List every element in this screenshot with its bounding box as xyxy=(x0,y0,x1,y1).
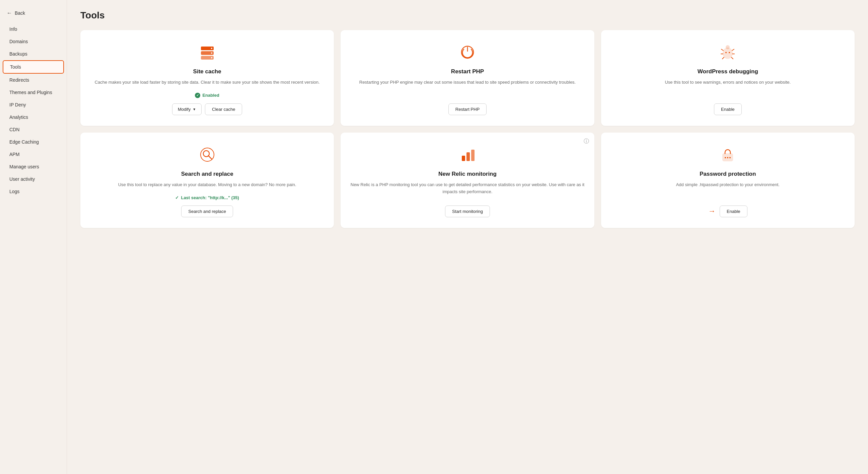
card-title-new-relic: New Relic monitoring xyxy=(438,171,497,178)
card-title-wordpress-debugging: WordPress debugging xyxy=(698,68,758,75)
main-content: Tools Site cacheCache makes your site lo… xyxy=(67,0,868,474)
card-icon-password-protection xyxy=(718,145,738,165)
sidebar-item-ip-deny[interactable]: IP Deny xyxy=(3,99,64,111)
card-title-site-cache: Site cache xyxy=(193,68,221,75)
card-site-cache: Site cacheCache makes your site load fas… xyxy=(81,30,334,126)
back-button[interactable]: ← Back xyxy=(0,7,67,23)
sidebar-item-cdn[interactable]: CDN xyxy=(3,124,64,135)
enable-button-password-protection[interactable]: Enable xyxy=(720,206,747,217)
svg-point-17 xyxy=(725,52,727,53)
card-desc-wordpress-debugging: Use this tool to see warnings, errors an… xyxy=(665,79,790,97)
card-actions-site-cache: Modify ▼ Clear cache xyxy=(172,103,243,115)
page-title: Tools xyxy=(81,10,855,21)
card-actions-restart-php: Restart PHP xyxy=(448,103,487,115)
svg-point-9 xyxy=(723,48,733,59)
card-desc-new-relic: New Relic is a PHP monitoring tool you c… xyxy=(350,182,585,199)
card-icon-restart-php xyxy=(458,42,477,62)
sidebar-item-logs[interactable]: Logs xyxy=(3,185,64,197)
svg-point-4 xyxy=(211,48,212,49)
card-restart-php: Restart PHPRestarting your PHP engine ma… xyxy=(341,30,594,126)
card-actions-new-relic: Start monitoring xyxy=(445,206,490,217)
card-desc-search-replace: Use this tool to replace any value in yo… xyxy=(118,182,297,188)
svg-line-21 xyxy=(208,156,212,159)
svg-rect-23 xyxy=(466,152,470,161)
chevron-down-icon: ▼ xyxy=(192,107,196,111)
arrow-right-icon: → xyxy=(708,207,716,216)
sidebar-item-user-activity[interactable]: User activity xyxy=(3,173,64,185)
clear-cache-button[interactable]: Clear cache xyxy=(205,103,242,115)
sidebar-item-themes-plugins[interactable]: Themes and Plugins xyxy=(3,86,64,98)
search-replace-button[interactable]: Search and replace xyxy=(181,206,233,217)
svg-line-15 xyxy=(722,57,724,59)
primary-button-restart-php[interactable]: Restart PHP xyxy=(448,103,487,115)
sidebar-item-apm[interactable]: APM xyxy=(3,148,64,160)
svg-point-28 xyxy=(730,157,731,158)
tools-grid: Site cacheCache makes your site load fas… xyxy=(81,30,855,228)
back-arrow-icon: ← xyxy=(7,10,12,16)
svg-point-10 xyxy=(726,45,730,49)
svg-point-19 xyxy=(200,148,214,161)
back-label: Back xyxy=(15,10,25,16)
sidebar-item-tools[interactable]: Tools xyxy=(3,60,64,74)
card-icon-wordpress-debugging xyxy=(718,42,738,62)
sidebar-item-info[interactable]: Info xyxy=(3,23,64,35)
modify-label: Modify xyxy=(178,107,190,112)
svg-rect-22 xyxy=(462,156,465,161)
card-icon-new-relic xyxy=(458,145,477,165)
svg-point-26 xyxy=(725,157,726,158)
primary-button-wordpress-debugging[interactable]: Enable xyxy=(714,103,741,115)
card-icon-site-cache xyxy=(197,42,217,62)
card-title-restart-php: Restart PHP xyxy=(451,68,484,75)
sidebar-item-domains[interactable]: Domains xyxy=(3,35,64,48)
card-wordpress-debugging: WordPress debuggingUse this tool to see … xyxy=(601,30,855,126)
sidebar-item-redirects[interactable]: Redirects xyxy=(3,74,64,86)
sidebar-item-analytics[interactable]: Analytics xyxy=(3,111,64,123)
card-password-protection: Password protectionAdd simple .htpasswd … xyxy=(601,132,855,228)
status-label: Enabled xyxy=(202,93,219,98)
card-title-search-replace: Search and replace xyxy=(181,171,234,178)
card-new-relic: ⓘ New Relic monitoringNew Relic is a PHP… xyxy=(341,132,594,228)
status-dot: ✓ xyxy=(195,93,200,98)
card-title-password-protection: Password protection xyxy=(700,171,756,178)
card-desc-password-protection: Add simple .htpasswd protection to your … xyxy=(676,182,780,196)
card-status-site-cache: ✓ Enabled xyxy=(195,93,219,98)
last-search-label: Last search: "http://k..." (35) xyxy=(181,195,239,200)
sidebar-nav: InfoDomainsBackupsToolsRedirectsThemes a… xyxy=(0,23,67,197)
sidebar: ← Back InfoDomainsBackupsToolsRedirectsT… xyxy=(0,0,67,474)
svg-line-12 xyxy=(732,49,734,51)
svg-line-11 xyxy=(721,49,723,51)
svg-rect-24 xyxy=(471,150,474,161)
svg-point-5 xyxy=(211,53,212,54)
sidebar-item-manage-users[interactable]: Manage users xyxy=(3,161,64,173)
card-actions-password-protection: → Enable xyxy=(708,206,747,217)
sidebar-item-backups[interactable]: Backups xyxy=(3,48,64,60)
last-search-status: ✓ Last search: "http://k..." (35) xyxy=(175,195,239,200)
svg-point-18 xyxy=(729,52,730,53)
card-search-replace: Search and replaceUse this tool to repla… xyxy=(81,132,334,228)
svg-point-27 xyxy=(727,157,728,158)
modify-button[interactable]: Modify ▼ xyxy=(172,103,202,115)
sidebar-item-edge-caching[interactable]: Edge Caching xyxy=(3,136,64,148)
card-icon-search-replace xyxy=(197,145,217,165)
status-dot: ✓ xyxy=(175,195,179,200)
card-desc-restart-php: Restarting your PHP engine may clear out… xyxy=(359,79,576,97)
card-actions-wordpress-debugging: Enable xyxy=(714,103,741,115)
svg-point-6 xyxy=(211,57,212,59)
svg-line-16 xyxy=(732,57,733,59)
card-actions-search-replace: Search and replace xyxy=(181,206,233,217)
card-desc-site-cache: Cache makes your site load faster by sto… xyxy=(95,79,320,86)
info-icon[interactable]: ⓘ xyxy=(584,138,589,145)
primary-button-new-relic[interactable]: Start monitoring xyxy=(445,206,490,217)
